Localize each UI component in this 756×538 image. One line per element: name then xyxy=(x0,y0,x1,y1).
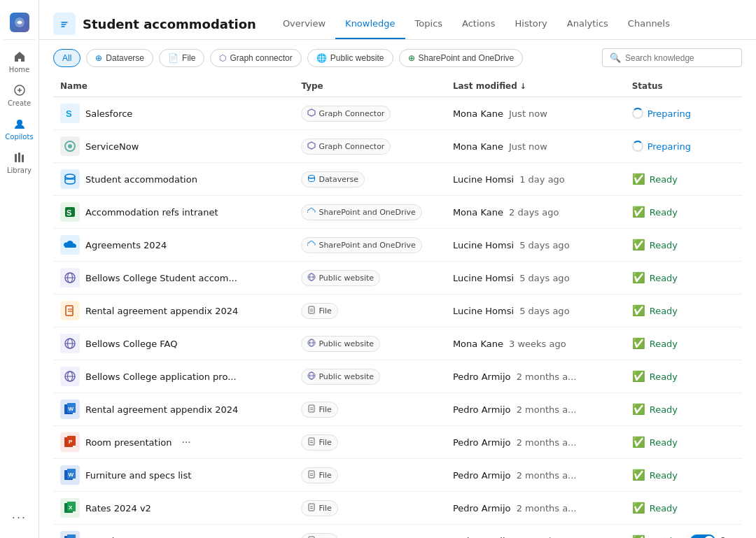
svg-point-16 xyxy=(309,175,315,178)
tab-overview[interactable]: Overview xyxy=(273,8,335,39)
filter-graph[interactable]: ⬡ Graph connector xyxy=(210,49,301,67)
modified-user: Lucine Homsi xyxy=(453,273,514,283)
tab-analytics[interactable]: Analytics xyxy=(557,8,618,39)
cell-status: ✅Ready xyxy=(625,426,742,459)
item-name: ServiceNow xyxy=(85,141,139,152)
modified-user: Pedro Armijo xyxy=(453,470,511,481)
cell-status: ✅Ready xyxy=(625,327,742,360)
sidebar-item-library[interactable]: Library xyxy=(4,146,35,177)
search-box[interactable]: 🔍 xyxy=(602,48,742,67)
status-label: Ready xyxy=(650,240,678,250)
svg-rect-59 xyxy=(309,471,314,478)
item-name: Bellows College FAQ xyxy=(85,339,177,349)
cell-name: Bellows College FAQ xyxy=(53,327,294,360)
sidebar-item-home[interactable]: Home xyxy=(4,45,35,76)
cell-status: ✅Ready xyxy=(625,163,742,196)
table-row[interactable]: Student accommodation Dataverse Lucine H… xyxy=(53,163,742,196)
filter-dataverse[interactable]: ⊕ Dataverse xyxy=(86,49,153,67)
table-row[interactable]: S Accommodation refs intranet SharePoint… xyxy=(53,196,742,229)
sidebar: Home Create Copilots Libra xyxy=(0,0,39,538)
table-row[interactable]: Agreements 2024 SharePoint and OneDrive … xyxy=(53,229,742,262)
modified-time: 2 months ago xyxy=(517,536,580,539)
modified-time: 2 months a... xyxy=(517,437,577,448)
search-input[interactable] xyxy=(625,53,734,63)
col-header-status: Status xyxy=(625,76,742,97)
modified-user: Mona Kane xyxy=(453,207,503,218)
modified-time: 3 weeks ago xyxy=(509,339,566,349)
table-header: Name Type Last modified ↓ Status xyxy=(53,76,742,97)
table-row[interactable]: W Rental agreement appendix 2024 File Pe… xyxy=(53,393,742,426)
tab-knowledge[interactable]: Knowledge xyxy=(335,8,405,39)
modified-time: 5 days ago xyxy=(519,240,569,250)
sidebar-item-create[interactable]: Create xyxy=(4,79,35,110)
check-icon: ✅ xyxy=(632,271,645,284)
item-name: Room presentation xyxy=(85,437,172,448)
status-label: Ready xyxy=(650,536,678,539)
table-row[interactable]: P Room presentation ··· File Pedro Armij… xyxy=(53,426,742,459)
cell-name: S Salesforce xyxy=(53,97,294,130)
page-title: Student accommodation xyxy=(83,17,256,31)
cell-modified: Lucine Homsi 1 day ago xyxy=(446,163,625,196)
table-row[interactable]: W Rental agreement 2023 File Pedro Armij… xyxy=(53,525,742,539)
toggle-switch[interactable] xyxy=(690,535,715,538)
svg-text:S: S xyxy=(66,208,71,217)
svg-rect-6 xyxy=(18,153,20,162)
table-row[interactable]: Bellows College Student accom... Public … xyxy=(53,262,742,295)
status-label: Ready xyxy=(650,174,678,185)
cell-status: Preparing xyxy=(625,130,742,163)
spinner-icon xyxy=(632,108,643,119)
item-name: Furniture and specs list xyxy=(85,470,191,481)
status-label: Ready xyxy=(650,404,678,415)
item-name: Rental agreement 2023 xyxy=(85,536,193,539)
filter-file[interactable]: 📄 File xyxy=(159,49,204,67)
page-icon xyxy=(53,13,76,35)
main-content: Student accommodation Overview Knowledge… xyxy=(39,0,756,538)
cell-type: Public website xyxy=(294,360,445,393)
item-name: Accommodation refs intranet xyxy=(85,207,218,218)
filter-public[interactable]: 🌐 Public website xyxy=(307,49,393,67)
table-row[interactable]: Rental agreement appendix 2024 File Luci… xyxy=(53,295,742,327)
svg-marker-13 xyxy=(308,142,315,149)
cell-name: Rental agreement appendix 2024 xyxy=(53,295,294,327)
sidebar-item-more[interactable]: ... xyxy=(4,499,35,530)
tab-actions[interactable]: Actions xyxy=(452,8,505,39)
tab-topics[interactable]: Topics xyxy=(405,8,452,39)
filter-sharepoint[interactable]: ⊕ SharePoint and OneDrive xyxy=(399,49,524,67)
create-icon xyxy=(12,83,27,98)
tab-channels[interactable]: Channels xyxy=(618,8,680,39)
table-row[interactable]: Bellows College FAQ Public website Mona … xyxy=(53,327,742,360)
table-row[interactable]: Bellows College application pro... Publi… xyxy=(53,360,742,393)
item-name: Rates 2024 v2 xyxy=(85,503,151,514)
cell-type: SharePoint and OneDrive xyxy=(294,229,445,262)
modified-user: Lucine Homsi xyxy=(453,240,514,250)
cell-name: P Room presentation ··· xyxy=(53,426,294,459)
more-options-button[interactable]: ··· xyxy=(177,434,195,450)
cell-type: Public website xyxy=(294,262,445,295)
cell-status: ✅Ready xyxy=(625,262,742,295)
svg-text:X: X xyxy=(69,504,73,511)
check-icon: ✅ xyxy=(632,337,645,350)
public-filter-icon: 🌐 xyxy=(316,53,327,63)
sidebar-item-home-label: Home xyxy=(9,66,30,73)
table-row[interactable]: S Salesforce Graph Connector Mona Kane J… xyxy=(53,97,742,130)
cell-type: File xyxy=(294,459,445,492)
filter-all[interactable]: All xyxy=(53,49,80,67)
modified-time: 2 months a... xyxy=(517,503,577,514)
sidebar-item-copilots-label: Copilots xyxy=(5,133,33,141)
cell-status: ✅Ready xyxy=(625,492,742,525)
library-icon xyxy=(12,150,27,165)
table-row[interactable]: X Rates 2024 v2 File Pedro Armijo 2 mont… xyxy=(53,492,742,525)
sidebar-item-copilots[interactable]: Copilots xyxy=(4,113,35,143)
svg-text:P: P xyxy=(69,439,73,445)
col-header-modified[interactable]: Last modified ↓ xyxy=(446,76,625,97)
item-name: Bellows College application pro... xyxy=(85,371,237,382)
modified-time: 2 months a... xyxy=(517,470,577,481)
knowledge-table: Name Type Last modified ↓ Status S Sales… xyxy=(53,76,742,538)
table-row[interactable]: W Furniture and specs list File Pedro Ar… xyxy=(53,459,742,492)
item-name: Rental agreement appendix 2024 xyxy=(85,306,238,316)
modified-user: Pedro Armijo xyxy=(453,536,511,539)
tab-history[interactable]: History xyxy=(505,8,557,39)
table-row[interactable]: ServiceNow Graph Connector Mona Kane Jus… xyxy=(53,130,742,163)
modified-user: Mona Kane xyxy=(453,141,503,152)
cell-type: Graph Connector xyxy=(294,97,445,130)
